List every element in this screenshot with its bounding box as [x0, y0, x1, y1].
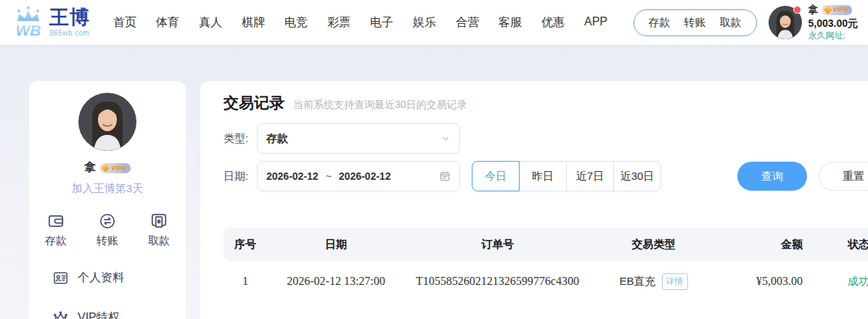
nav-app[interactable]: APP: [584, 15, 607, 30]
transaction-records-panel: 交易记录 当前系统支持查询最近30日的交易记录 类型: 存款 日期: 2026-…: [200, 81, 868, 319]
sidebar-item-vip[interactable]: VIP特权: [52, 310, 186, 319]
wallet-quick-actions: 存款 转账 取款: [634, 9, 757, 36]
transaction-type: EB直充: [619, 275, 655, 289]
type-filter-row: 类型: 存款: [224, 123, 868, 154]
nav-live[interactable]: 真人: [199, 15, 222, 30]
sidebar-item-profile[interactable]: 个人资料: [52, 270, 186, 286]
nav-chess[interactable]: 棋牌: [242, 15, 265, 30]
col-date: 日期: [267, 238, 405, 252]
svg-text:WB: WB: [16, 22, 41, 38]
join-days-text: 加入王博第3天: [29, 182, 186, 196]
calendar-icon: [439, 170, 451, 182]
withdraw-link[interactable]: 取款: [720, 16, 742, 30]
date-filter-row: 日期: 2026-02-12 ~ 2026-02-12 今日 昨日 近7日 近3…: [224, 161, 868, 191]
col-amount: 金额: [717, 238, 819, 252]
sidebar-quick-actions: 存款 转账 取款: [29, 212, 186, 248]
type-select[interactable]: 存款: [257, 123, 460, 154]
date-separator: ~: [326, 170, 332, 182]
nav-partnership[interactable]: 合营: [456, 15, 479, 30]
balance: 5,003.00元: [808, 17, 859, 30]
vip-badge: VIP0: [822, 5, 853, 15]
chevron-down-icon: [441, 133, 451, 144]
vip-diamond-icon: [102, 163, 110, 172]
sidebar-menu: 个人资料 VIP特权: [29, 270, 186, 319]
brand-domain: 365wb.com: [49, 30, 90, 37]
top-header: WB 王博 365wb.com 首页 体育 真人 棋牌 电竞 彩票 电子 娱乐 …: [0, 0, 868, 45]
date-quick-ranges: 今日 昨日 近7日 近30日: [472, 161, 661, 191]
cell-status: 成功: [819, 275, 868, 289]
transfer-link[interactable]: 转账: [684, 16, 706, 30]
date-to: 2026-02-12: [339, 170, 391, 182]
nav-sports[interactable]: 体育: [156, 15, 179, 30]
vip-badge: VIP0: [99, 163, 131, 173]
username: 拿: [808, 4, 819, 17]
sidebar-transfer[interactable]: 转账: [97, 212, 118, 248]
transactions-table: 序号 日期 订单号 交易类型 金额 状态 1 2026-02-12 13:27:…: [224, 228, 868, 302]
nav-service[interactable]: 客服: [499, 15, 522, 30]
cell-index: 1: [224, 275, 267, 288]
nav-lottery[interactable]: 彩票: [327, 15, 351, 30]
header-right: 存款 转账 取款 拿: [634, 4, 859, 41]
withdraw-icon: [150, 212, 168, 231]
permanent-url-label: 永久网址:: [808, 30, 859, 41]
col-type: 交易类型: [590, 238, 717, 252]
range-today-button[interactable]: 今日: [472, 161, 520, 191]
crown-icon: [52, 310, 69, 319]
user-info[interactable]: 拿 VIP0 5,003.00元 永久网址:: [808, 4, 859, 41]
nav-entertainment[interactable]: 娱乐: [413, 15, 436, 30]
page-title: 交易记录: [224, 93, 284, 113]
page: WB 王博 365wb.com 首页 体育 真人 棋牌 电竞 彩票 电子 娱乐 …: [0, 0, 868, 319]
logo-text: 王博 365wb.com: [49, 8, 90, 37]
transfer-icon: [98, 212, 117, 231]
sidebar-deposit[interactable]: 存款: [45, 212, 67, 248]
table-row: 1 2026-02-12 13:27:00 T10558526021213265…: [224, 261, 868, 302]
profile-username: 拿: [84, 160, 96, 175]
cell-order-no: T1055852602121326599776c4300: [405, 275, 590, 288]
notification-dot: [793, 6, 801, 14]
search-button[interactable]: 查询: [737, 162, 807, 191]
cell-amount: ¥5,003.00: [717, 275, 819, 288]
date-from: 2026-02-12: [266, 170, 319, 182]
brand-name: 王博: [49, 8, 90, 28]
sidebar-withdraw[interactable]: 取款: [148, 212, 170, 248]
type-label: 类型:: [224, 132, 257, 146]
nav-slots[interactable]: 电子: [370, 15, 393, 30]
range-30days-button[interactable]: 近30日: [613, 161, 661, 191]
col-status: 状态: [819, 238, 868, 252]
nav-home[interactable]: 首页: [113, 15, 136, 30]
vip-diamond-icon: [823, 6, 832, 14]
date-label: 日期:: [224, 170, 257, 183]
cell-date: 2026-02-12 13:27:00: [267, 275, 405, 288]
table-header: 序号 日期 订单号 交易类型 金额 状态: [224, 228, 868, 261]
main-nav: 首页 体育 真人 棋牌 电竞 彩票 电子 娱乐 合营 客服 优惠 APP: [113, 15, 607, 30]
detail-link[interactable]: 详情: [662, 273, 688, 290]
profile-sidebar: 拿 VIP0 加入王博第3天 存款 转账: [29, 81, 186, 319]
id-card-icon: [52, 270, 69, 286]
range-yesterday-button[interactable]: 昨日: [519, 161, 567, 191]
wallet-icon: [46, 212, 65, 231]
col-index: 序号: [224, 238, 267, 252]
deposit-link[interactable]: 存款: [649, 16, 671, 30]
nav-esports[interactable]: 电竞: [284, 15, 308, 30]
date-range-input[interactable]: 2026-02-12 ~ 2026-02-12: [257, 161, 460, 191]
range-7days-button[interactable]: 近7日: [566, 161, 614, 191]
brand-logo[interactable]: WB 王博 365wb.com: [12, 5, 90, 40]
reset-button[interactable]: 重置: [819, 162, 868, 191]
page-subtitle: 当前系统支持查询最近30日的交易记录: [293, 99, 467, 112]
cell-type: EB直充 详情: [590, 273, 717, 290]
nav-promo[interactable]: 优惠: [541, 15, 565, 30]
header-avatar[interactable]: [769, 6, 802, 39]
crown-wb-logo-icon: WB: [12, 5, 45, 40]
col-order-no: 订单号: [405, 238, 590, 252]
profile-avatar: [78, 93, 136, 151]
